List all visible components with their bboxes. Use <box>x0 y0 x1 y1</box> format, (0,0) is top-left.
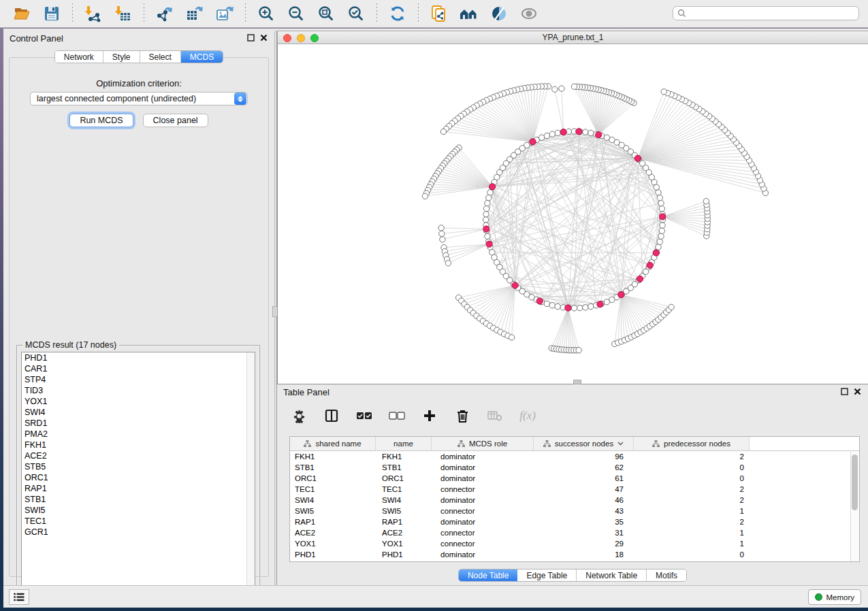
table-cell: dominator <box>432 549 534 560</box>
network-title: YPA_prune.txt_1 <box>278 31 868 44</box>
show-graphics-icon[interactable] <box>519 3 539 24</box>
tab-node-table[interactable]: Node Table <box>459 569 518 581</box>
mcds-result-item[interactable]: STB5 <box>22 461 255 472</box>
table-scrollbar-thumb[interactable] <box>852 455 858 510</box>
search-field[interactable] <box>673 6 859 20</box>
run-mcds-button[interactable]: Run MCDS <box>69 114 133 127</box>
table-cell: 2 <box>634 484 750 495</box>
mcds-result-list[interactable]: PHD1CAR1STP4TID3YOX1SWI4SRD1PMA2FKH1ACE2… <box>21 352 255 593</box>
zoom-selected-icon[interactable] <box>346 3 366 24</box>
deselect-all-columns-icon[interactable] <box>389 408 405 424</box>
network-overview-icon[interactable] <box>459 3 479 24</box>
table-row[interactable]: ACE2ACE2connector311 <box>290 527 859 538</box>
mcds-result-item[interactable]: GCR1 <box>22 527 255 538</box>
table-cell: FKH1 <box>290 451 376 462</box>
list-icon <box>14 593 25 601</box>
import-table-icon[interactable] <box>113 3 133 24</box>
table-cell: STB1 <box>290 462 376 473</box>
hide-style-icon[interactable] <box>489 3 509 24</box>
workspace: Control Panel Network Style Select MCDS … <box>3 29 868 585</box>
table-row[interactable]: ORC1ORC1dominator610 <box>290 473 859 484</box>
mcds-result-item[interactable]: STB1 <box>22 494 255 505</box>
search-input[interactable] <box>690 9 854 18</box>
refresh-icon[interactable] <box>387 3 408 24</box>
mcds-result-item[interactable]: TEC1 <box>22 516 255 527</box>
table-panel: Table Panel f(x) <box>277 384 868 585</box>
tab-network-table[interactable]: Network Table <box>577 569 647 581</box>
table-row[interactable]: SWI5SWI5connector431 <box>290 506 859 516</box>
zoom-in-icon[interactable] <box>256 3 276 24</box>
export-table-icon[interactable] <box>184 3 205 24</box>
table-scrollbar[interactable] <box>850 452 859 561</box>
table-row[interactable]: TEC1TEC1connector472 <box>290 484 859 495</box>
float-panel-icon[interactable] <box>247 34 255 42</box>
table-row[interactable]: RAP1RAP1dominator352 <box>290 516 859 527</box>
attribute-icon <box>304 440 311 447</box>
column-layout-icon[interactable] <box>323 408 340 424</box>
tab-motifs[interactable]: Motifs <box>647 569 686 581</box>
export-network-icon[interactable] <box>155 3 175 24</box>
mcds-result-item[interactable]: SRD1 <box>22 418 255 429</box>
table-settings-gear-icon[interactable] <box>291 408 307 424</box>
mcds-result-item[interactable]: PMA2 <box>22 429 255 440</box>
network-canvas[interactable] <box>277 44 868 384</box>
table-cell <box>750 549 859 560</box>
zoom-fit-icon[interactable] <box>316 3 336 24</box>
memory-button[interactable]: Memory <box>808 589 861 605</box>
delete-column-icon[interactable] <box>454 408 470 424</box>
window-maximize-icon[interactable] <box>310 34 319 42</box>
table-row[interactable]: PHD1PHD1dominator180 <box>290 549 859 560</box>
mcds-result-item[interactable]: PHD1 <box>22 352 255 363</box>
select-all-columns-icon[interactable] <box>356 408 372 424</box>
close-table-panel-icon[interactable] <box>854 388 861 395</box>
tab-select[interactable]: Select <box>140 51 181 63</box>
task-history-button[interactable] <box>9 589 29 605</box>
close-panel-icon[interactable] <box>260 34 268 42</box>
function-builder-icon[interactable]: f(x) <box>519 408 536 424</box>
zoom-out-icon[interactable] <box>286 3 306 24</box>
table-row[interactable]: YOX1YOX1connector291 <box>290 538 859 549</box>
list-scrollbar[interactable] <box>246 352 255 593</box>
network-window-titlebar[interactable]: YPA_prune.txt_1 <box>277 31 868 44</box>
open-file-icon[interactable] <box>12 3 32 24</box>
column-header-shared-name[interactable]: shared name <box>290 437 376 450</box>
close-panel-button[interactable]: Close panel <box>143 114 208 127</box>
add-column-icon[interactable] <box>421 408 438 424</box>
mcds-result-item[interactable]: YOX1 <box>22 396 255 407</box>
column-header-successor-nodes[interactable]: successor nodes <box>534 437 634 450</box>
delete-table-icon[interactable] <box>487 408 503 424</box>
mcds-result-item[interactable]: ORC1 <box>22 472 255 483</box>
optimization-criterion-dropdown[interactable]: largest connected component (undirected) <box>30 92 248 105</box>
table-cell: YOX1 <box>290 538 376 549</box>
float-table-panel-icon[interactable] <box>841 388 848 395</box>
mcds-result-item[interactable]: SWI4 <box>22 407 255 418</box>
export-image-icon[interactable] <box>214 3 235 24</box>
table-cell: 61 <box>534 473 634 484</box>
tab-mcds[interactable]: MCDS <box>181 51 223 63</box>
tab-edge-table[interactable]: Edge Table <box>517 569 577 581</box>
column-header-predecessor-nodes[interactable]: predecessor nodes <box>634 437 750 450</box>
table-row[interactable]: FKH1FKH1dominator962 <box>290 451 859 462</box>
table-row[interactable]: STB1STB1dominator620 <box>290 462 859 473</box>
tab-style[interactable]: Style <box>103 51 140 63</box>
mcds-result-item[interactable]: CAR1 <box>22 363 255 374</box>
mcds-result-item[interactable]: SWI5 <box>22 505 255 516</box>
column-header-mcds-role[interactable]: MCDS role <box>432 437 534 450</box>
window-close-icon[interactable] <box>283 34 291 42</box>
mcds-result-item[interactable]: ACE2 <box>22 450 255 461</box>
tab-network[interactable]: Network <box>55 51 103 63</box>
table-row[interactable]: SWI4SWI4dominator462 <box>290 495 859 506</box>
clone-network-icon[interactable] <box>429 3 449 24</box>
mcds-result-item[interactable]: TID3 <box>22 385 255 396</box>
mcds-result-item[interactable]: STP4 <box>22 374 255 385</box>
horizontal-splitter-grip[interactable] <box>573 380 581 384</box>
table-cell: TEC1 <box>290 484 376 495</box>
table-cell: connector <box>432 527 534 538</box>
save-session-icon[interactable] <box>42 3 62 24</box>
window-minimize-icon[interactable] <box>297 34 305 42</box>
mcds-result-item[interactable]: FKH1 <box>22 440 255 450</box>
network-graph[interactable] <box>278 44 868 384</box>
import-network-icon[interactable] <box>83 3 103 24</box>
column-header-name[interactable]: name <box>376 437 432 450</box>
mcds-result-item[interactable]: RAP1 <box>22 483 255 494</box>
